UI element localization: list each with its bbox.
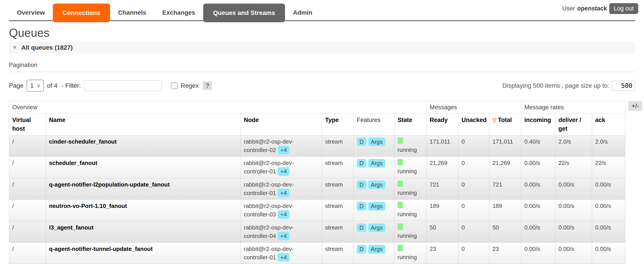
ack-cell: 0.00/s — [592, 221, 625, 243]
durable-badge: D — [357, 245, 366, 254]
queue-name-link[interactable]: neutron-vo-Port-1.10_fanout — [46, 200, 241, 221]
ready-cell: 171,011 — [426, 135, 458, 157]
deliver-get-cell: 0.00/s — [555, 243, 592, 264]
pagination-heading: Pagination — [9, 62, 635, 68]
ready-cell: 21,269 — [426, 157, 458, 178]
group-header-messages: Messages — [426, 101, 521, 114]
args-badge: Args — [368, 202, 385, 211]
all-queues-section-toggle[interactable]: ▼ All queues (1827) — [9, 42, 635, 54]
col-ack[interactable]: ack — [592, 114, 625, 135]
vhost-cell: / — [9, 221, 46, 243]
state-running-icon — [398, 245, 403, 251]
ready-cell: 721 — [426, 178, 458, 200]
queue-name-link[interactable]: l3_agent_fanout — [46, 221, 241, 243]
page-size-input[interactable] — [612, 81, 635, 91]
col-name[interactable]: Name — [46, 114, 241, 135]
regex-checkbox[interactable] — [171, 82, 178, 89]
state-running-icon — [398, 202, 403, 208]
node-more-badge[interactable]: +4 — [278, 210, 290, 219]
col-incoming[interactable]: incoming — [521, 114, 555, 135]
queue-name-link[interactable]: q-agent-notifier-l2population-update_fan… — [46, 178, 241, 200]
col-virtual-host[interactable]: Virtual host — [9, 114, 46, 135]
unacked-cell: 0 — [458, 157, 489, 178]
col-total[interactable]: ▽Total — [489, 114, 521, 135]
col-state[interactable]: State — [394, 114, 426, 135]
tab-queues-and-streams[interactable]: Queues and Streams — [203, 3, 285, 22]
col-ready[interactable]: Ready — [426, 114, 458, 135]
incoming-cell: 0.40/s — [521, 135, 555, 157]
args-badge: Args — [368, 159, 385, 168]
total-cell: 171,011 — [489, 135, 521, 157]
user-label: User — [562, 5, 575, 12]
logout-button[interactable]: Log out — [609, 3, 638, 14]
total-cell: 189 — [489, 200, 521, 221]
col-deliver-get[interactable]: deliver / get — [555, 114, 592, 135]
features-cell: DArgs — [354, 243, 394, 264]
table-row: / q-agent-notifier-l2population-update_f… — [9, 178, 625, 200]
state-running-icon — [398, 224, 403, 230]
type-cell: stream — [322, 200, 354, 221]
page-select-value: 1 — [30, 82, 34, 89]
state-cell: running — [394, 135, 426, 157]
node-more-badge[interactable]: +4 — [278, 146, 290, 155]
node-more-badge[interactable]: +4 — [278, 232, 290, 241]
table-row: / q-agent-notifier-tunnel-update_fanout … — [9, 243, 625, 264]
unacked-cell: 0 — [458, 243, 489, 264]
tab-admin[interactable]: Admin — [285, 5, 320, 20]
vhost-cell: / — [9, 157, 46, 178]
username: openstack — [577, 5, 607, 12]
durable-badge: D — [357, 159, 366, 168]
deliver-get-cell: 0.00/s — [555, 200, 592, 221]
tab-connections[interactable]: Connections — [53, 3, 110, 22]
tab-channels[interactable]: Channels — [110, 5, 154, 20]
sort-descending-icon: ▽ — [492, 117, 496, 123]
durable-badge: D — [357, 202, 366, 211]
queue-name-link[interactable]: scheduler_fanout — [46, 157, 241, 178]
args-badge: Args — [368, 224, 385, 232]
filter-input[interactable] — [84, 80, 162, 91]
total-cell: 23 — [489, 243, 521, 264]
node-cell: rabbit@r2-osp-dev-controller-04 +4 — [241, 221, 322, 243]
queue-name-link[interactable]: cinder-scheduler_fanout — [46, 135, 241, 157]
ack-cell: 0.00/s — [592, 243, 625, 264]
tab-overview[interactable]: Overview — [9, 5, 53, 20]
features-cell: DArgs — [354, 135, 394, 157]
col-type[interactable]: Type — [322, 114, 354, 135]
total-cell: 21,269 — [489, 157, 521, 178]
queue-name-link[interactable]: q-agent-notifier-tunnel-update_fanout — [46, 243, 241, 264]
section-title: All queues (1827) — [22, 44, 73, 51]
col-node[interactable]: Node — [241, 114, 322, 135]
queues-table-area: Overview Messages Message rates Virtual … — [9, 101, 635, 264]
ready-cell: 189 — [426, 200, 458, 221]
node-more-badge[interactable]: +4 — [278, 253, 290, 262]
page-size-controls: Displaying 500 items , page size up to: — [502, 81, 635, 91]
state-cell: running — [394, 243, 426, 264]
args-badge: Args — [368, 245, 385, 254]
node-more-badge[interactable]: +4 — [278, 167, 290, 176]
tab-exchanges[interactable]: Exchanges — [154, 5, 203, 20]
column-toggle-button[interactable]: +/- — [628, 101, 642, 111]
state-cell: running — [394, 157, 426, 178]
deliver-get-cell: 0.00/s — [555, 178, 592, 200]
table-group-header-row: Overview Messages Message rates — [9, 101, 625, 114]
incoming-cell: 0.00/s — [521, 178, 555, 200]
incoming-cell: 0.00/s — [521, 157, 555, 178]
table-row: / scheduler_fanout rabbit@r2-osp-dev-con… — [9, 157, 625, 178]
deliver-get-cell: 22/s — [555, 157, 592, 178]
unacked-cell: 0 — [458, 178, 489, 200]
table-row: / l3_agent_fanout rabbit@r2-osp-dev-cont… — [9, 221, 625, 243]
features-cell: DArgs — [354, 178, 394, 200]
node-more-badge[interactable]: +4 — [278, 189, 290, 198]
page-label: Page — [9, 82, 24, 89]
ready-cell: 50 — [426, 221, 458, 243]
ack-cell: 0.00/s — [592, 200, 625, 221]
ack-cell: 2.0/s — [592, 135, 625, 157]
type-cell: stream — [322, 178, 354, 200]
page-number-select[interactable]: 1 ∨ — [26, 80, 44, 92]
queues-table: Overview Messages Message rates Virtual … — [9, 101, 625, 264]
col-unacked[interactable]: Unacked — [458, 114, 489, 135]
regex-help-button[interactable]: ? — [203, 81, 212, 90]
type-cell: stream — [322, 157, 354, 178]
table-row: / cinder-scheduler_fanout rabbit@r2-osp-… — [9, 135, 625, 157]
ack-cell: 22/s — [592, 157, 625, 178]
